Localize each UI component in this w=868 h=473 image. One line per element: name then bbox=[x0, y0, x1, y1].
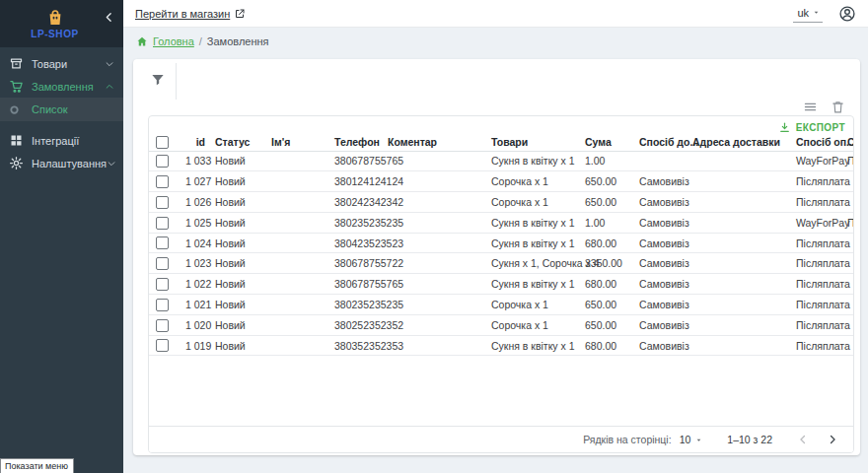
export-button[interactable]: ЕКСПОРТ bbox=[778, 121, 845, 134]
cell-phone: 380235235235 bbox=[329, 295, 383, 315]
home-icon bbox=[136, 35, 148, 47]
row-checkbox[interactable] bbox=[156, 319, 169, 332]
cell-name bbox=[266, 335, 329, 356]
cell-delivery_method: Самовивіз bbox=[634, 192, 687, 213]
cell-phone: 380352352353 bbox=[329, 335, 383, 356]
cell-payment_method: Післяплата bbox=[791, 335, 842, 356]
sidebar-item-integrations[interactable]: Інтеграції bbox=[0, 129, 123, 152]
cell-payment_method: Післяплата bbox=[791, 253, 842, 274]
table-row[interactable]: 1 027Новий380124124124Сорочка x 1650.00С… bbox=[149, 171, 854, 192]
cell-id: 1 033 bbox=[181, 151, 210, 171]
cell-phone: 380235235235 bbox=[329, 212, 383, 233]
cell-delivery_address bbox=[687, 314, 791, 335]
row-checkbox[interactable] bbox=[156, 299, 169, 311]
table-row[interactable]: 1 023Новий380678755722Сукня x 1, Сорочка… bbox=[149, 253, 854, 274]
cell-name bbox=[266, 192, 329, 213]
table-row[interactable]: 1 020Новий380252352352Сорочка x 1650.00С… bbox=[149, 314, 854, 335]
cell-select bbox=[149, 233, 181, 253]
select-all-checkbox[interactable] bbox=[156, 136, 169, 149]
column-header-delivery_method[interactable]: Спосіб до... bbox=[634, 134, 687, 151]
cell-id: 1 024 bbox=[181, 233, 210, 253]
cell-products: Сорочка x 1 bbox=[486, 192, 580, 213]
cell-name bbox=[266, 314, 329, 335]
column-header-comment[interactable]: Коментар bbox=[383, 134, 486, 151]
cell-sum: 680.00 bbox=[580, 233, 634, 253]
column-header-phone[interactable]: Телефон bbox=[329, 134, 383, 151]
cell-status: Новий bbox=[210, 212, 266, 233]
cell-delivery_method: Самовивіз bbox=[634, 295, 687, 315]
column-header-status[interactable]: Статус bbox=[210, 134, 266, 151]
breadcrumb-separator: / bbox=[199, 35, 202, 47]
delete-icon[interactable] bbox=[831, 100, 845, 114]
cell-status: Новий bbox=[210, 192, 266, 213]
cell-name bbox=[266, 274, 329, 295]
cell-delivery_method: Самовивіз bbox=[634, 171, 687, 192]
export-row: ЕКСПОРТ bbox=[149, 116, 853, 134]
rows-per-page-select[interactable]: 10 bbox=[680, 434, 704, 445]
topbar: Перейти в магазин uk bbox=[123, 0, 868, 28]
column-header-products[interactable]: Товари bbox=[486, 134, 580, 151]
cell-payment_method: Післяплата bbox=[791, 295, 842, 315]
column-header-sum[interactable]: Сума bbox=[580, 134, 634, 151]
collapse-sidebar-button[interactable] bbox=[103, 11, 115, 24]
column-header-delivery_address[interactable]: Адреса доставки bbox=[687, 134, 791, 151]
row-checkbox[interactable] bbox=[156, 339, 169, 352]
pagination-range: 1–10 з 22 bbox=[727, 434, 772, 445]
cell-delivery_address bbox=[687, 171, 791, 192]
sidebar-item-settings[interactable]: Налаштування bbox=[0, 152, 123, 174]
table-row[interactable]: 1 019Новий380352352353Сукня в квітку x 1… bbox=[149, 335, 854, 356]
cell-products: Сукня в квітку x 1 bbox=[486, 233, 580, 253]
cell-name bbox=[266, 151, 329, 171]
cell-phone: 380678755722 bbox=[329, 253, 383, 274]
view-list-icon[interactable] bbox=[803, 100, 818, 114]
chevron-down-icon bbox=[105, 59, 114, 69]
cell-phone: 380423523523 bbox=[329, 233, 383, 253]
row-checkbox[interactable] bbox=[156, 257, 169, 270]
previous-page-icon[interactable] bbox=[796, 433, 810, 446]
table-row[interactable]: 1 033Новий380678755765Сукня в квітку x 1… bbox=[149, 151, 854, 171]
go-to-store-link[interactable]: Перейти в магазин bbox=[135, 8, 246, 20]
filter-icon[interactable] bbox=[150, 72, 166, 88]
cell-select bbox=[149, 335, 181, 356]
row-checkbox[interactable] bbox=[156, 236, 169, 249]
row-checkbox[interactable] bbox=[156, 155, 169, 168]
sidebar-item-orders[interactable]: Замовлення bbox=[0, 75, 123, 98]
cell-delivery_method bbox=[634, 151, 687, 171]
gear-icon bbox=[9, 156, 24, 170]
cell-delivery_method: Самовивіз bbox=[634, 233, 687, 253]
row-checkbox[interactable] bbox=[156, 278, 169, 291]
row-checkbox[interactable] bbox=[156, 217, 169, 230]
next-page-icon[interactable] bbox=[826, 433, 839, 446]
cell-products: Сукня в квітку x 1 bbox=[486, 212, 580, 233]
cell-status: Новий bbox=[210, 314, 266, 335]
cell-select bbox=[149, 314, 181, 335]
caret-down-icon bbox=[812, 8, 821, 17]
rows-per-page-value: 10 bbox=[680, 434, 691, 445]
table-row[interactable]: 1 022Новий380678755765Сукня в квітку x 1… bbox=[149, 274, 854, 295]
table-header-row: idСтатусІм'яТелефонКоментарТовариСумаСпо… bbox=[149, 134, 854, 151]
cell-select bbox=[149, 192, 181, 213]
table-row[interactable]: 1 024Новий380423523523Сукня в квітку x 1… bbox=[149, 233, 854, 253]
sidebar-header: LP-SHOP bbox=[0, 0, 123, 47]
account-icon[interactable] bbox=[838, 5, 856, 23]
column-header-name[interactable]: Ім'я bbox=[266, 134, 329, 151]
sidebar-item-orders-list[interactable]: Список bbox=[0, 98, 123, 121]
row-checkbox[interactable] bbox=[156, 175, 169, 188]
table-row[interactable]: 1 021Новий380235235235Сорочка x 1650.00С… bbox=[149, 295, 854, 315]
column-header-id[interactable]: id bbox=[181, 134, 210, 151]
cell-products: Сукня в квітку x 1 bbox=[486, 151, 580, 171]
language-value: uk bbox=[797, 7, 809, 19]
cell-name bbox=[266, 212, 329, 233]
sidebar-item-products[interactable]: Товари bbox=[0, 52, 123, 75]
row-checkbox[interactable] bbox=[156, 196, 169, 209]
grid-icon bbox=[9, 133, 24, 148]
cell-name bbox=[266, 233, 329, 253]
column-header-payment_method[interactable]: Спосіб оп... bbox=[791, 134, 842, 151]
table-row[interactable]: 1 026Новий380242342342Сорочка x 1650.00С… bbox=[149, 192, 854, 213]
table-row[interactable]: 1 025Новий380235235235Сукня в квітку x 1… bbox=[149, 212, 854, 233]
language-select[interactable]: uk bbox=[793, 5, 823, 23]
cell-select bbox=[149, 212, 181, 233]
chevron-down-icon bbox=[107, 159, 116, 169]
breadcrumb-home-link[interactable]: Головна bbox=[153, 35, 194, 47]
topbar-right: uk bbox=[793, 5, 856, 23]
